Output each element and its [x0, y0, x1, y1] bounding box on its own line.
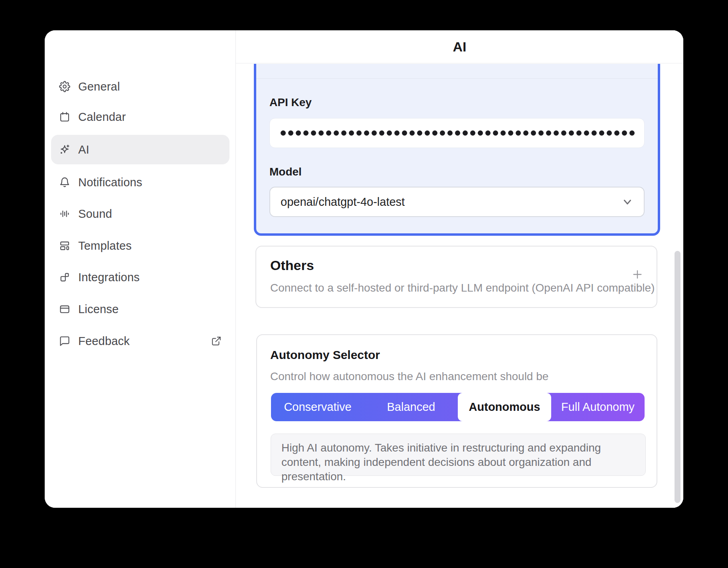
- sidebar-item-label: General: [78, 80, 120, 93]
- provider-card-divider: [256, 78, 658, 79]
- sparkles-icon: [59, 144, 70, 155]
- settings-scroll-area: API Key Model openai/chatgpt-4o-latest O…: [236, 64, 683, 508]
- others-title: Others: [270, 258, 314, 273]
- sidebar-item-label: License: [78, 303, 119, 316]
- integrations-icon: [59, 272, 70, 283]
- settings-sidebar: GeneralCalendarAINotificationsSoundTempl…: [45, 30, 236, 508]
- sidebar-item-label: Notifications: [78, 176, 142, 189]
- sidebar-item-label: Integrations: [78, 271, 140, 284]
- sidebar-item-label: Feedback: [78, 335, 130, 348]
- sidebar-item-sound[interactable]: Sound: [51, 199, 229, 229]
- sound-wave-icon: [59, 208, 70, 219]
- screen-background: GeneralCalendarAINotificationsSoundTempl…: [0, 0, 728, 568]
- sidebar-item-templates[interactable]: Templates: [51, 231, 229, 260]
- main-pane: AI API Key Model openai/chatgpt-4o-lates…: [236, 30, 683, 508]
- sidebar-item-feedback[interactable]: Feedback: [51, 326, 229, 356]
- vertical-scrollbar[interactable]: [675, 251, 681, 503]
- license-card-icon: [59, 304, 70, 315]
- sidebar-item-integrations[interactable]: Integrations: [51, 262, 229, 292]
- autonomy-title: Autonomy Selector: [270, 348, 380, 362]
- chevron-down-icon: [621, 196, 633, 208]
- provider-card: API Key Model openai/chatgpt-4o-latest: [254, 64, 660, 236]
- others-card: Others Connect to a self-hosted or third…: [255, 246, 657, 308]
- sidebar-item-calendar[interactable]: Calendar: [51, 102, 229, 132]
- autonomy-option-full-autonomy[interactable]: Full Autonomy: [551, 393, 645, 421]
- autonomy-subtitle: Control how autonomous the AI enhancemen…: [270, 370, 548, 383]
- page-title: AI: [453, 39, 467, 55]
- plus-icon[interactable]: [629, 266, 645, 282]
- autonomy-segmented-control: ConservativeBalancedAutonomousFull Auton…: [271, 393, 645, 421]
- autonomy-option-autonomous[interactable]: Autonomous: [458, 393, 551, 421]
- api-key-label: API Key: [269, 96, 312, 109]
- external-link-icon: [211, 336, 222, 346]
- bell-icon: [59, 177, 70, 188]
- sidebar-item-label: Calendar: [78, 110, 126, 124]
- model-select-value: openai/chatgpt-4o-latest: [281, 195, 405, 209]
- autonomy-card: Autonomy Selector Control how autonomous…: [256, 334, 657, 488]
- feedback-icon: [59, 335, 70, 347]
- sidebar-item-label: Sound: [78, 207, 112, 221]
- sidebar-item-notifications[interactable]: Notifications: [51, 168, 229, 197]
- model-label: Model: [269, 166, 302, 178]
- others-subtitle: Connect to a self-hosted or third-party …: [270, 282, 655, 294]
- model-select[interactable]: openai/chatgpt-4o-latest: [269, 187, 645, 217]
- sidebar-item-label: Templates: [78, 239, 132, 252]
- pane-header: AI: [236, 30, 683, 63]
- autonomy-option-balanced[interactable]: Balanced: [364, 393, 458, 421]
- sidebar-item-license[interactable]: License: [51, 294, 229, 324]
- sidebar-item-general[interactable]: General: [51, 72, 229, 101]
- autonomy-description: High AI autonomy. Takes initiative in re…: [271, 434, 646, 476]
- settings-window: GeneralCalendarAINotificationsSoundTempl…: [45, 30, 683, 508]
- sidebar-item-label: AI: [78, 143, 89, 156]
- gear-icon: [59, 81, 70, 92]
- calendar-icon: [59, 111, 70, 122]
- autonomy-option-conservative[interactable]: Conservative: [271, 393, 364, 421]
- templates-icon: [59, 240, 70, 251]
- api-key-masked-value: [281, 130, 635, 136]
- api-key-input[interactable]: [269, 118, 645, 148]
- sidebar-item-ai[interactable]: AI: [51, 135, 229, 164]
